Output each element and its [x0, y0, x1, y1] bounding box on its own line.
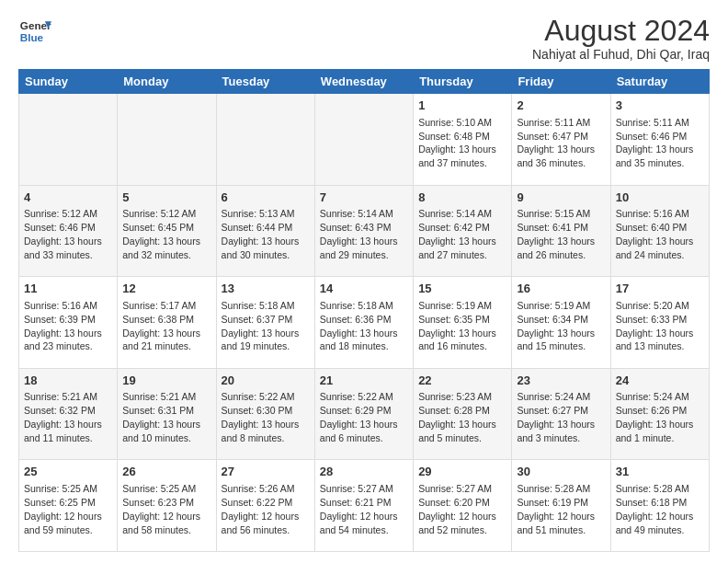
day-info: Sunrise: 5:12 AMSunset: 6:46 PMDaylight:…	[24, 208, 102, 260]
calendar-cell-21: 21Sunrise: 5:22 AMSunset: 6:29 PMDayligh…	[314, 368, 413, 460]
day-info: Sunrise: 5:24 AMSunset: 6:26 PMDaylight:…	[616, 391, 694, 443]
day-number: 24	[616, 373, 704, 389]
svg-text:Blue: Blue	[20, 31, 44, 43]
day-info: Sunrise: 5:16 AMSunset: 6:39 PMDaylight:…	[24, 300, 102, 352]
day-number: 9	[517, 190, 605, 206]
calendar-cell-empty	[314, 94, 413, 186]
calendar-cell-27: 27Sunrise: 5:26 AMSunset: 6:22 PMDayligh…	[216, 460, 314, 552]
day-number: 18	[24, 373, 112, 389]
day-info: Sunrise: 5:21 AMSunset: 6:31 PMDaylight:…	[122, 391, 200, 443]
day-info: Sunrise: 5:14 AMSunset: 6:43 PMDaylight:…	[320, 208, 398, 260]
calendar-cell-empty	[19, 94, 118, 186]
day-number: 17	[616, 281, 704, 297]
day-number: 13	[222, 281, 310, 297]
calendar-cell-28: 28Sunrise: 5:27 AMSunset: 6:21 PMDayligh…	[314, 460, 413, 552]
calendar-cell-2: 2Sunrise: 5:11 AMSunset: 6:47 PMDaylight…	[512, 94, 610, 186]
day-number: 11	[24, 281, 112, 297]
day-info: Sunrise: 5:17 AMSunset: 6:38 PMDaylight:…	[122, 300, 200, 352]
calendar-cell-10: 10Sunrise: 5:16 AMSunset: 6:40 PMDayligh…	[610, 185, 709, 277]
calendar-cell-empty	[216, 94, 314, 186]
day-info: Sunrise: 5:16 AMSunset: 6:40 PMDaylight:…	[616, 208, 694, 260]
day-number: 14	[320, 281, 408, 297]
day-number: 3	[616, 98, 704, 114]
day-info: Sunrise: 5:18 AMSunset: 6:36 PMDaylight:…	[320, 300, 398, 352]
calendar-cell-25: 25Sunrise: 5:25 AMSunset: 6:25 PMDayligh…	[19, 460, 118, 552]
calendar-cell-15: 15Sunrise: 5:19 AMSunset: 6:35 PMDayligh…	[414, 277, 512, 369]
day-info: Sunrise: 5:18 AMSunset: 6:37 PMDaylight:…	[222, 300, 300, 352]
page: General Blue August 2024 Nahiyat al Fuhu…	[0, 0, 728, 563]
calendar-cell-30: 30Sunrise: 5:28 AMSunset: 6:19 PMDayligh…	[512, 460, 610, 552]
svg-text:General: General	[20, 19, 51, 31]
day-info: Sunrise: 5:11 AMSunset: 6:47 PMDaylight:…	[517, 117, 595, 169]
calendar-cell-11: 11Sunrise: 5:16 AMSunset: 6:39 PMDayligh…	[19, 277, 118, 369]
calendar-cell-19: 19Sunrise: 5:21 AMSunset: 6:31 PMDayligh…	[118, 368, 216, 460]
day-number: 27	[222, 464, 310, 480]
day-number: 16	[517, 281, 605, 297]
day-number: 23	[517, 373, 605, 389]
calendar-cell-6: 6Sunrise: 5:13 AMSunset: 6:44 PMDaylight…	[216, 185, 314, 277]
header: General Blue August 2024 Nahiyat al Fuhu…	[18, 15, 710, 62]
calendar-cell-17: 17Sunrise: 5:20 AMSunset: 6:33 PMDayligh…	[610, 277, 709, 369]
calendar-cell-1: 1Sunrise: 5:10 AMSunset: 6:48 PMDaylight…	[414, 94, 512, 186]
day-info: Sunrise: 5:13 AMSunset: 6:44 PMDaylight:…	[222, 208, 300, 260]
day-info: Sunrise: 5:25 AMSunset: 6:25 PMDaylight:…	[24, 483, 102, 535]
day-number: 8	[418, 190, 506, 206]
day-info: Sunrise: 5:14 AMSunset: 6:42 PMDaylight:…	[418, 208, 496, 260]
title-block: August 2024 Nahiyat al Fuhud, Dhi Qar, I…	[532, 15, 710, 62]
day-info: Sunrise: 5:26 AMSunset: 6:22 PMDaylight:…	[222, 483, 300, 535]
subtitle: Nahiyat al Fuhud, Dhi Qar, Iraq	[532, 47, 710, 62]
day-number: 10	[616, 190, 704, 206]
day-number: 21	[320, 373, 408, 389]
calendar-cell-23: 23Sunrise: 5:24 AMSunset: 6:27 PMDayligh…	[512, 368, 610, 460]
day-number: 6	[222, 190, 310, 206]
calendar-header-tuesday: Tuesday	[216, 70, 314, 94]
calendar-cell-empty	[118, 94, 216, 186]
main-title: August 2024	[532, 15, 710, 47]
calendar-cell-29: 29Sunrise: 5:27 AMSunset: 6:20 PMDayligh…	[414, 460, 512, 552]
calendar-table: SundayMondayTuesdayWednesdayThursdayFrid…	[18, 69, 710, 552]
day-number: 12	[122, 281, 210, 297]
day-number: 28	[320, 464, 408, 480]
day-number: 22	[418, 373, 506, 389]
day-info: Sunrise: 5:15 AMSunset: 6:41 PMDaylight:…	[517, 208, 595, 260]
day-number: 31	[616, 464, 704, 480]
day-info: Sunrise: 5:27 AMSunset: 6:20 PMDaylight:…	[418, 483, 496, 535]
day-number: 29	[418, 464, 506, 480]
day-info: Sunrise: 5:28 AMSunset: 6:19 PMDaylight:…	[517, 483, 595, 535]
day-info: Sunrise: 5:22 AMSunset: 6:30 PMDaylight:…	[222, 391, 300, 443]
calendar-cell-3: 3Sunrise: 5:11 AMSunset: 6:46 PMDaylight…	[610, 94, 709, 186]
calendar-cell-18: 18Sunrise: 5:21 AMSunset: 6:32 PMDayligh…	[19, 368, 118, 460]
calendar-cell-13: 13Sunrise: 5:18 AMSunset: 6:37 PMDayligh…	[216, 277, 314, 369]
day-info: Sunrise: 5:19 AMSunset: 6:35 PMDaylight:…	[418, 300, 496, 352]
calendar-header-sunday: Sunday	[19, 70, 118, 94]
logo: General Blue	[18, 15, 55, 48]
day-info: Sunrise: 5:21 AMSunset: 6:32 PMDaylight:…	[24, 391, 102, 443]
calendar-cell-4: 4Sunrise: 5:12 AMSunset: 6:46 PMDaylight…	[19, 185, 118, 277]
calendar-cell-31: 31Sunrise: 5:28 AMSunset: 6:18 PMDayligh…	[610, 460, 709, 552]
calendar-cell-20: 20Sunrise: 5:22 AMSunset: 6:30 PMDayligh…	[216, 368, 314, 460]
day-number: 26	[122, 464, 210, 480]
calendar-cell-26: 26Sunrise: 5:25 AMSunset: 6:23 PMDayligh…	[118, 460, 216, 552]
day-info: Sunrise: 5:19 AMSunset: 6:34 PMDaylight:…	[517, 300, 595, 352]
day-number: 30	[517, 464, 605, 480]
calendar-cell-24: 24Sunrise: 5:24 AMSunset: 6:26 PMDayligh…	[610, 368, 709, 460]
calendar-cell-14: 14Sunrise: 5:18 AMSunset: 6:36 PMDayligh…	[314, 277, 413, 369]
day-info: Sunrise: 5:23 AMSunset: 6:28 PMDaylight:…	[418, 391, 496, 443]
calendar-header-thursday: Thursday	[414, 70, 512, 94]
day-number: 25	[24, 464, 112, 480]
day-number: 20	[222, 373, 310, 389]
day-info: Sunrise: 5:22 AMSunset: 6:29 PMDaylight:…	[320, 391, 398, 443]
day-number: 1	[418, 98, 506, 114]
day-info: Sunrise: 5:10 AMSunset: 6:48 PMDaylight:…	[418, 117, 496, 169]
calendar-cell-22: 22Sunrise: 5:23 AMSunset: 6:28 PMDayligh…	[414, 368, 512, 460]
day-number: 15	[418, 281, 506, 297]
day-number: 7	[320, 190, 408, 206]
calendar-header-wednesday: Wednesday	[314, 70, 413, 94]
day-info: Sunrise: 5:12 AMSunset: 6:45 PMDaylight:…	[122, 208, 200, 260]
day-info: Sunrise: 5:27 AMSunset: 6:21 PMDaylight:…	[320, 483, 398, 535]
day-info: Sunrise: 5:11 AMSunset: 6:46 PMDaylight:…	[616, 117, 694, 169]
day-info: Sunrise: 5:25 AMSunset: 6:23 PMDaylight:…	[122, 483, 200, 535]
day-number: 5	[122, 190, 210, 206]
calendar-cell-7: 7Sunrise: 5:14 AMSunset: 6:43 PMDaylight…	[314, 185, 413, 277]
calendar-cell-16: 16Sunrise: 5:19 AMSunset: 6:34 PMDayligh…	[512, 277, 610, 369]
